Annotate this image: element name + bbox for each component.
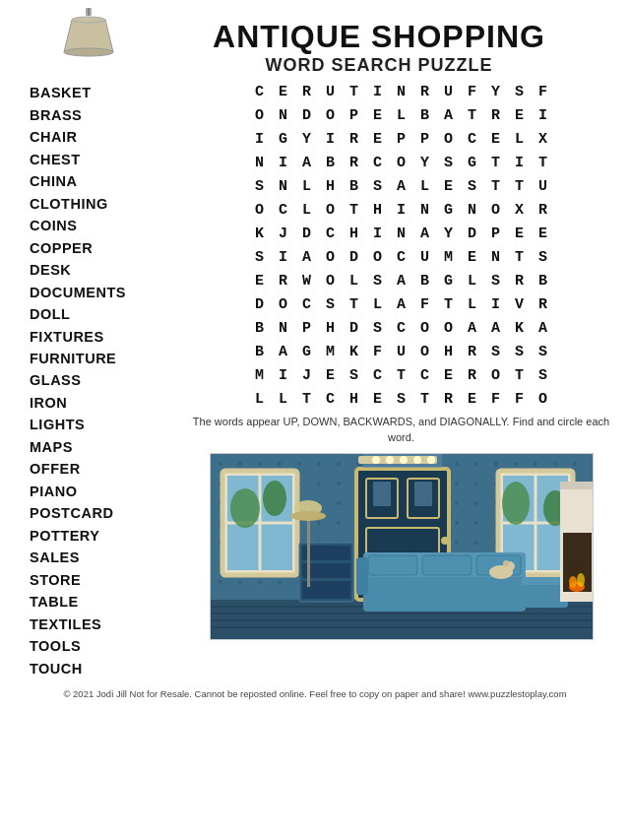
grid-cell: S [437,151,461,174]
grid-cell: R [461,363,484,387]
grid-cell: W [295,269,319,292]
grid-cell: R [295,80,319,103]
grid-cell: R [413,80,437,103]
grid-cell: E [461,245,484,269]
grid-cell: T [343,198,366,222]
word-list-item: FIXTURES [30,326,182,348]
grid-cell: N [484,245,508,269]
grid-cell: Y [295,127,319,151]
word-list-item: LIGHTS [30,414,182,435]
grid-cell: P [484,222,508,245]
grid-cell: X [532,127,555,151]
grid-row: SNLHBSALESTTU [248,174,555,198]
word-list-item: COPPER [30,237,182,259]
grid-cell: N [272,174,295,198]
word-list-item: STORE [30,569,182,591]
grid-cell: N [390,80,413,103]
grid-cell: R [484,103,508,127]
word-list-item: POSTCARD [30,502,182,524]
grid-cell: T [461,103,484,127]
grid-cell: S [366,174,390,198]
grid-cell: H [343,222,366,245]
grid-cell: E [461,387,484,411]
grid-cell: P [413,127,437,151]
word-list-item: POTTERY [30,525,182,547]
lamp-icon [44,8,133,77]
grid-cell: F [366,340,390,363]
svg-point-48 [290,511,326,521]
grid-cell: O [437,127,461,151]
grid-cell: O [413,340,437,363]
grid-cell: S [461,174,484,198]
grid-cell: K [508,316,532,340]
grid-cell: L [343,269,366,292]
grid-cell: R [343,151,366,174]
word-list-item: BASKET [30,82,182,103]
svg-point-17 [230,488,260,528]
grid-cell: T [508,363,532,387]
grid-cell: B [413,103,437,127]
grid-cell: B [319,151,343,174]
grid-cell: I [366,80,390,103]
svg-point-39 [400,456,408,464]
grid-cell: G [437,198,461,222]
grid-cell: C [366,363,390,387]
grid-cell: F [508,387,532,411]
grid-cell: T [413,387,437,411]
grid-cell: S [508,340,532,363]
svg-rect-32 [373,482,391,506]
grid-cell: C [272,198,295,222]
grid-cell: R [508,269,532,292]
grid-cell: O [437,316,461,340]
word-list-item: IRON [30,392,182,414]
grid-cell: C [366,151,390,174]
grid-cell: F [461,80,484,103]
grid-cell: A [461,316,484,340]
grid-cell: I [319,127,343,151]
grid-cell: E [437,363,461,387]
svg-marker-1 [64,20,113,52]
word-list-item: TOUCH [30,658,182,679]
grid-cell: P [343,103,366,127]
svg-point-2 [64,48,113,56]
svg-rect-51 [368,555,417,575]
word-list-item: DOCUMENTS [30,282,182,303]
grid-cell: T [484,174,508,198]
word-list-item: GLASS [30,369,182,391]
grid-cell: L [508,127,532,151]
word-list-item: TABLE [30,591,182,613]
grid-cell: T [390,363,413,387]
grid-cell: O [319,269,343,292]
grid-cell: T [343,292,366,316]
grid-cell: T [532,151,555,174]
grid-cell: U [532,174,555,198]
grid-cell: J [272,222,295,245]
grid-cell: A [413,222,437,245]
grid-cell: I [272,245,295,269]
word-list-item: FURNITURE [30,348,182,369]
word-list-item: CHAIR [30,126,182,148]
grid-cell: S [532,340,555,363]
grid-cell: O [319,103,343,127]
grid-cell: O [532,387,555,411]
grid-cell: B [248,316,272,340]
grid-cell: E [248,269,272,292]
grid-cell: O [484,363,508,387]
grid-cell: M [248,363,272,387]
grid-cell: I [508,151,532,174]
grid-cell: B [248,340,272,363]
word-list-item: BRASS [30,104,182,126]
grid-cell: L [461,292,484,316]
grid-cell: O [366,245,390,269]
grid-cell: F [532,80,555,103]
grid-cell: J [295,363,319,387]
grid-cell: T [508,245,532,269]
grid-cell: L [248,387,272,411]
grid-cell: K [248,222,272,245]
grid-row: MIJESCTCEROTS [248,363,555,387]
grid-cell: L [461,269,484,292]
word-list-item: COINS [30,215,182,236]
page: ANTIQUE SHOPPING WORD SEARCH PUZZLE BASK… [0,0,630,840]
word-list-item: TEXTILES [30,614,182,635]
grid-cell: H [366,198,390,222]
